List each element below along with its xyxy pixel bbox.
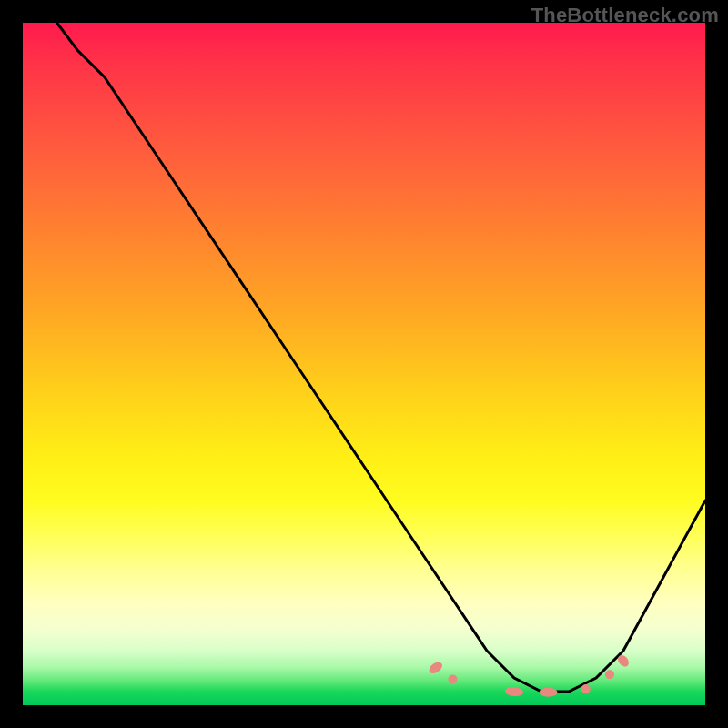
data-marker xyxy=(505,686,524,697)
data-marker xyxy=(540,688,558,697)
data-marker xyxy=(581,684,591,693)
plot-area xyxy=(23,23,705,705)
bottleneck-curve xyxy=(57,23,706,692)
chart-frame: TheBottleneck.com xyxy=(0,0,728,728)
data-marker xyxy=(605,670,614,679)
data-marker xyxy=(449,675,458,684)
curve-layer xyxy=(23,23,705,705)
data-marker xyxy=(427,660,444,675)
